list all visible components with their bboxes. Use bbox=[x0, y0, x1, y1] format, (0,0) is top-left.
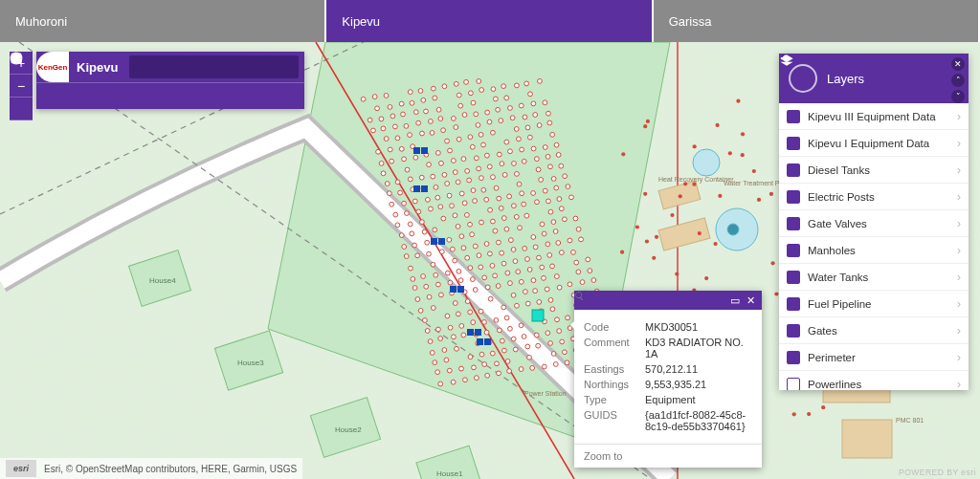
chevron-right-icon[interactable]: › bbox=[957, 324, 961, 337]
layer-row[interactable]: Diesel Tanks› bbox=[779, 157, 969, 184]
chevron-right-icon[interactable]: › bbox=[957, 110, 961, 123]
svg-point-49 bbox=[413, 110, 418, 115]
layer-label: Fuel Pipeline bbox=[808, 298, 957, 310]
svg-point-119 bbox=[474, 156, 479, 161]
svg-point-87 bbox=[376, 149, 381, 154]
tab-garissa[interactable]: Garissa bbox=[654, 0, 980, 42]
svg-point-64 bbox=[451, 117, 456, 121]
popup-field: CodeMKD30051 bbox=[584, 321, 752, 333]
svg-point-284 bbox=[550, 264, 555, 269]
svg-point-57 bbox=[371, 128, 376, 133]
svg-point-281 bbox=[516, 270, 521, 274]
chevron-right-icon[interactable]: › bbox=[957, 297, 961, 311]
svg-point-347 bbox=[497, 328, 501, 333]
legend-button[interactable] bbox=[42, 86, 63, 107]
chevron-right-icon[interactable]: › bbox=[957, 217, 961, 230]
svg-point-37 bbox=[457, 93, 461, 98]
layer-row[interactable]: Electric Posts› bbox=[779, 184, 969, 210]
svg-point-468 bbox=[621, 152, 625, 156]
zoom-out-button[interactable]: − bbox=[10, 75, 33, 98]
layer-row[interactable]: Fuel Pipeline› bbox=[779, 291, 969, 317]
svg-point-346 bbox=[484, 330, 489, 335]
chevron-right-icon[interactable]: › bbox=[957, 137, 961, 150]
search-button[interactable] bbox=[274, 55, 299, 78]
chevron-right-icon[interactable]: › bbox=[957, 271, 961, 284]
svg-point-237 bbox=[497, 240, 501, 245]
chevron-right-icon[interactable]: › bbox=[957, 351, 961, 364]
layer-checkbox[interactable] bbox=[787, 163, 800, 177]
layers-list[interactable]: Kipevu III Equipment Data›Kipevu I Equip… bbox=[779, 103, 969, 390]
layer-row[interactable]: Water Tanks› bbox=[779, 264, 969, 291]
tab-label: Kipevu bbox=[342, 14, 380, 29]
popup-zoom-to[interactable]: Zoom to bbox=[574, 444, 762, 468]
layers-button[interactable] bbox=[67, 86, 88, 107]
layer-row[interactable]: Perimeter› bbox=[779, 344, 969, 371]
layer-checkbox[interactable] bbox=[787, 137, 800, 150]
layer-checkbox[interactable] bbox=[787, 271, 800, 284]
svg-point-21 bbox=[361, 97, 366, 101]
popup-value: 9,553,935.21 bbox=[645, 379, 752, 390]
print-button[interactable] bbox=[191, 86, 212, 107]
svg-point-461 bbox=[645, 239, 649, 243]
measure-button[interactable] bbox=[117, 86, 138, 107]
basemap-button[interactable] bbox=[92, 86, 113, 107]
popup-field: Northings9,553,935.21 bbox=[584, 379, 752, 390]
svg-point-343 bbox=[451, 335, 456, 339]
chevron-right-icon[interactable]: › bbox=[957, 244, 961, 257]
info-button[interactable] bbox=[142, 86, 163, 107]
svg-point-430 bbox=[770, 261, 774, 265]
layer-checkbox[interactable] bbox=[787, 244, 800, 257]
popup-dock-button[interactable]: ▭ bbox=[727, 293, 743, 308]
layer-checkbox[interactable] bbox=[787, 297, 800, 311]
home-extent-button[interactable] bbox=[10, 98, 33, 120]
popup-close-button[interactable]: ✕ bbox=[743, 293, 758, 308]
tab-muhoroni[interactable]: Muhoroni bbox=[0, 0, 326, 42]
svg-point-308 bbox=[523, 290, 528, 294]
layers-expand-button[interactable]: ˅ bbox=[951, 90, 965, 103]
popup-key: GUIDS bbox=[584, 409, 645, 432]
layer-row[interactable]: Kipevu I Equipment Data› bbox=[779, 130, 969, 157]
share-button[interactable] bbox=[167, 86, 188, 107]
svg-point-318 bbox=[468, 310, 473, 315]
chevron-right-icon[interactable]: › bbox=[957, 190, 961, 204]
svg-point-20 bbox=[727, 224, 739, 235]
svg-point-269 bbox=[547, 252, 552, 257]
svg-point-256 bbox=[579, 237, 584, 242]
tab-kipevu[interactable]: Kipevu bbox=[326, 0, 653, 42]
layer-checkbox[interactable] bbox=[787, 324, 800, 337]
svg-point-105 bbox=[435, 151, 440, 156]
svg-point-201 bbox=[569, 195, 574, 200]
powered-by: POWERED BY esri bbox=[899, 468, 976, 477]
layer-row[interactable]: Kipevu III Equipment Data› bbox=[779, 103, 969, 130]
svg-point-373 bbox=[468, 355, 473, 359]
svg-point-230 bbox=[415, 253, 420, 258]
svg-point-407 bbox=[519, 367, 523, 372]
layers-close-button[interactable]: ✕ bbox=[951, 57, 965, 71]
svg-point-126 bbox=[554, 142, 559, 147]
layer-checkbox[interactable] bbox=[787, 110, 800, 123]
svg-point-176 bbox=[438, 205, 443, 209]
layers-collapse-button[interactable]: ˄ bbox=[951, 74, 965, 87]
search-input[interactable] bbox=[129, 61, 274, 73]
svg-point-181 bbox=[497, 196, 501, 201]
map-canvas[interactable]: House4 House3 House2 House1 Heat Recover… bbox=[0, 42, 980, 479]
svg-point-18 bbox=[693, 149, 720, 176]
layer-checkbox[interactable] bbox=[787, 351, 800, 364]
layer-checkbox[interactable] bbox=[787, 217, 800, 230]
svg-point-226 bbox=[551, 220, 556, 225]
svg-point-324 bbox=[548, 297, 553, 302]
svg-point-454 bbox=[752, 169, 756, 173]
layer-row[interactable]: Powerlines› bbox=[779, 371, 969, 390]
popup-field: CommentKD3 RADIATOR NO. 1A bbox=[584, 337, 752, 359]
layer-checkbox[interactable] bbox=[787, 378, 800, 391]
svg-point-46 bbox=[379, 117, 384, 121]
layer-row[interactable]: Gate Valves› bbox=[779, 210, 969, 237]
layer-row[interactable]: Manholes› bbox=[779, 237, 969, 264]
svg-point-349 bbox=[519, 323, 523, 328]
svg-point-43 bbox=[524, 81, 529, 86]
layer-checkbox[interactable] bbox=[787, 190, 800, 204]
svg-point-138 bbox=[512, 162, 517, 166]
chevron-right-icon[interactable]: › bbox=[957, 378, 961, 391]
layer-row[interactable]: Gates› bbox=[779, 317, 969, 344]
chevron-right-icon[interactable]: › bbox=[957, 163, 961, 177]
